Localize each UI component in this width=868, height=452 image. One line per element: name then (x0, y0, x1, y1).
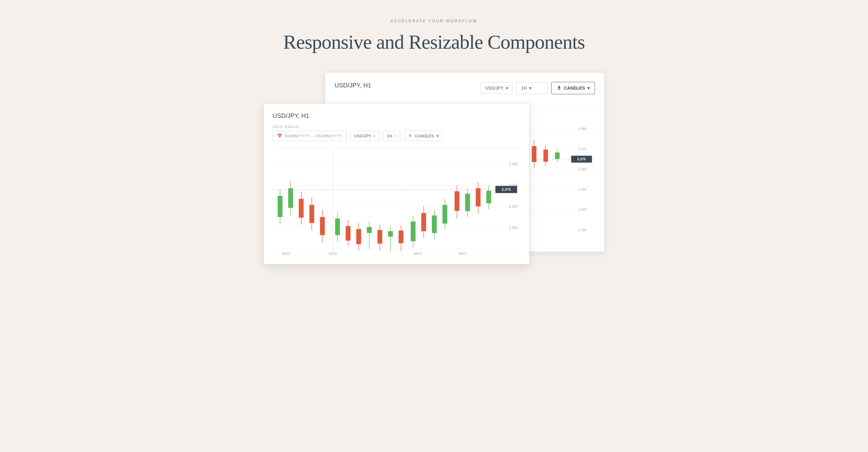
svg-text:2.240: 2.240 (578, 208, 586, 211)
front-calendar-icon: 📅 (277, 133, 282, 138)
svg-text:08/22: 08/22 (413, 252, 422, 255)
svg-text:2.270: 2.270 (578, 147, 586, 151)
front-candles-icon: 🕯 (408, 133, 412, 138)
svg-rect-86 (367, 227, 372, 233)
front-candles-label: CANDLES (415, 133, 434, 138)
back-pair-dropdown[interactable]: USD/JPY ▾ (480, 82, 513, 94)
svg-rect-88 (378, 230, 382, 244)
front-pair-dropdown[interactable]: USD/JPY ▾ (350, 131, 379, 141)
svg-rect-104 (465, 194, 470, 211)
svg-rect-106 (476, 188, 481, 207)
svg-rect-92 (399, 231, 404, 243)
front-candles-chevron: ▾ (436, 133, 439, 138)
front-date-range-input[interactable]: 📅 DD/MM/YYYY — DD/MM/YYYY (273, 131, 347, 141)
svg-rect-70 (278, 196, 283, 217)
front-timeframe-label: 1H (387, 133, 393, 138)
svg-rect-49 (544, 150, 548, 162)
back-candles-icon: 🕯 (556, 85, 561, 91)
front-timeframe-dropdown[interactable]: 1H ▾ (383, 131, 401, 141)
svg-rect-102 (455, 191, 459, 211)
back-candles-label: CANDLES (564, 86, 585, 91)
front-chart-controls: 📅 DD/MM/YYYY — DD/MM/YYYY USD/JPY ▾ 1H ▾… (273, 130, 521, 141)
svg-rect-72 (288, 188, 293, 208)
back-candles-chevron: ▾ (587, 86, 590, 91)
svg-text:2.280: 2.280 (578, 127, 586, 130)
svg-rect-84 (356, 229, 361, 244)
svg-rect-82 (346, 226, 351, 241)
svg-rect-74 (299, 199, 304, 217)
svg-rect-96 (421, 213, 426, 231)
svg-rect-98 (432, 215, 437, 233)
svg-rect-51 (555, 153, 560, 159)
back-chart-title: USD/JPY, H1 (335, 82, 371, 89)
front-candles-dropdown[interactable]: 🕯 CANDLES ▾ (404, 130, 442, 141)
svg-text:08/20: 08/20 (329, 252, 337, 255)
svg-rect-108 (486, 191, 491, 203)
svg-rect-94 (411, 222, 416, 241)
chart-front: USD/JPY, H1 DATE RANGE 📅 DD/MM/YYYY — DD… (264, 103, 529, 265)
back-pair-chevron: ▾ (506, 86, 508, 91)
svg-text:08/19: 08/19 (282, 252, 290, 255)
svg-text:2.260: 2.260 (578, 168, 586, 171)
svg-text:2.275: 2.275 (577, 157, 586, 161)
front-chart-title: USD/JPY, H1 (273, 112, 521, 119)
front-date-range-value: DD/MM/YYYY — DD/MM/YYYY (285, 133, 342, 138)
front-pair-label: USD/JPY (354, 133, 371, 138)
back-timeframe-dropdown[interactable]: 1H ▾ (517, 82, 548, 94)
page-subtitle: ACCELERATE YOUR WORKFLOW (391, 19, 477, 23)
back-candles-dropdown[interactable]: 🕯 CANDLES ▾ (551, 82, 595, 94)
front-chart-svg: 08/19 08/20 08/22 08/23 2.280 2.270 2.26… (273, 148, 521, 259)
back-timeframe-chevron: ▾ (529, 86, 531, 91)
svg-rect-76 (309, 205, 314, 223)
svg-text:2.280: 2.280 (509, 162, 517, 166)
front-timeframe-chevron: ▾ (395, 134, 396, 138)
svg-rect-90 (388, 231, 393, 237)
page-title: Responsive and Resizable Components (283, 31, 585, 54)
svg-rect-100 (442, 205, 447, 223)
front-pair-chevron: ▾ (374, 134, 375, 138)
charts-container: USD/JPY, H1 USD/JPY ▾ 1H ▾ 🕯 CANDLES ▾ (264, 72, 604, 265)
svg-text:08/23: 08/23 (459, 252, 467, 255)
front-chart-area: 08/19 08/20 08/22 08/23 2.280 2.270 2.26… (273, 147, 521, 259)
svg-rect-80 (335, 218, 340, 235)
svg-text:2.230: 2.230 (578, 229, 586, 232)
svg-rect-78 (320, 217, 325, 235)
svg-rect-47 (532, 146, 537, 162)
svg-text:2.250: 2.250 (578, 188, 586, 191)
back-timeframe-label: 1H (521, 86, 527, 91)
svg-text:2.260: 2.260 (509, 205, 517, 208)
back-pair-label: USD/JPY (485, 86, 503, 91)
svg-text:2.250: 2.250 (509, 226, 517, 230)
front-date-range-label: DATE RANGE (273, 125, 521, 129)
svg-text:2.275: 2.275 (502, 187, 511, 191)
